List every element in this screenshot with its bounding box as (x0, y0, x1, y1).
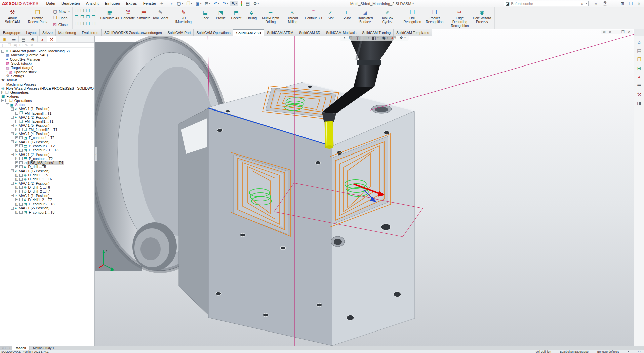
expander-icon[interactable]: + (15, 144, 18, 147)
tree-item-geometries[interactable]: +Geometries (0, 90, 94, 94)
checkbox[interactable] (15, 120, 18, 123)
tree-item-mac-1-2-position[interactable]: −MAC 1 (2- Position) (0, 206, 94, 210)
dropdown-arrow-icon[interactable]: ▾ (200, 2, 202, 5)
tree-item-f-contour1-t8[interactable]: +F_contour1 ...T8 (0, 210, 94, 214)
win-min-icon[interactable] (612, 2, 616, 6)
panel-collapse-handle[interactable]: ‹ (95, 147, 97, 161)
tree-item-setup[interactable]: −Setup (0, 103, 94, 107)
doc-next-icon[interactable] (609, 30, 611, 34)
cam-views-cube-button[interactable] (80, 9, 85, 13)
dropdown-arrow-icon[interactable]: ▾ (227, 2, 228, 5)
cam-views-cube-button[interactable] (85, 9, 91, 13)
tree-item-mac-1-1-position[interactable]: −MAC 1 (1- Position) (0, 193, 94, 197)
multi-depth-drilling-button[interactable]: Multi-Depth Drilling (259, 8, 282, 25)
tp-props-icon[interactable] (637, 83, 641, 88)
tree-item-f-contour4-t2[interactable]: +F_contour4 ...T2 (0, 136, 94, 140)
cam-views-cube-button[interactable] (85, 15, 91, 19)
expander-icon[interactable]: − (11, 116, 14, 119)
expander-icon[interactable]: − (1, 99, 4, 102)
tree-item-d-drill-t5[interactable]: +D_drill ...T5 (0, 165, 94, 169)
new-button[interactable]: New▾ (52, 9, 71, 14)
tree-item-mac-1-2-position[interactable]: −MAC 1 (2- Position) (0, 152, 94, 156)
tree-item-toolkit[interactable]: ToolKit (0, 78, 94, 82)
dropdown-arrow-icon[interactable]: ▾ (387, 37, 388, 39)
display-panel-tab[interactable] (38, 36, 47, 42)
tree-item-coordsys-manager[interactable]: CoordSys Manager (0, 57, 94, 61)
expander-icon[interactable]: + (15, 203, 18, 206)
checkbox[interactable] (19, 174, 23, 177)
cam-views-cube-button[interactable] (80, 21, 85, 26)
menu-extras[interactable]: Extras (123, 0, 140, 7)
options-gear-button[interactable]: ▾ (252, 1, 260, 6)
expander-icon[interactable]: − (1, 50, 4, 53)
home-button[interactable] (170, 1, 175, 6)
expander-icon[interactable]: + (15, 157, 18, 160)
expander-icon[interactable]: − (6, 103, 9, 106)
cam-views-cube-button[interactable] (74, 9, 79, 13)
tree-item-f-contour5-1-t3[interactable]: +F_contour5_1 ...T3 (0, 148, 94, 152)
expander-icon[interactable]: + (15, 211, 18, 214)
tab-layout[interactable]: Layout (23, 29, 40, 36)
menu-fenster[interactable]: Fenster (140, 0, 159, 7)
checkbox[interactable] (19, 190, 23, 193)
tree-item-mac-1-2-position[interactable]: −MAC 1 (2- Position) (0, 115, 94, 119)
tp-appearance-icon[interactable] (638, 75, 640, 79)
status-benutzerdefiniert[interactable]: Benutzerdefiniert (597, 350, 619, 353)
nav-prev-icon[interactable] (5, 347, 6, 350)
checkbox[interactable] (19, 157, 23, 160)
cam-manager-panel-tab[interactable] (0, 36, 9, 42)
tree-item-f-contour5-t8[interactable]: +F_contour5 ...T8 (0, 202, 94, 206)
checkbox[interactable] (19, 186, 23, 189)
tree-item-mac-1-1-position[interactable]: −MAC 1 (1- Position) (0, 169, 94, 173)
win-close-icon[interactable] (637, 2, 641, 6)
search-icon[interactable] (581, 1, 583, 6)
expander-icon[interactable]: + (15, 178, 18, 181)
expander-icon[interactable]: + (15, 186, 18, 189)
tree-item-cam-part-multi-sided-machining-2[interactable]: −CAM-Part (Multi_Sided_Machining_2) (0, 49, 94, 53)
cam-views-cube-button[interactable] (74, 21, 79, 26)
dropdown-arrow-icon[interactable]: ▾ (258, 2, 259, 5)
menu-einfügen[interactable]: Einfügen (102, 0, 123, 7)
expander-icon[interactable]: + (15, 198, 18, 201)
expander-icon[interactable]: − (11, 182, 14, 185)
expander-icon[interactable]: + (15, 165, 18, 168)
tree-item-d-drill1-1-t6[interactable]: +D_drill1_1 ...T6 (0, 177, 94, 181)
nav-first-icon[interactable] (2, 347, 4, 350)
solidcam-panel-tab[interactable] (47, 36, 56, 42)
tab-markierung[interactable]: Markierung (55, 29, 79, 36)
menu-bearbeiten[interactable]: Bearbeiten (58, 0, 83, 7)
cam-views-cube-button[interactable] (91, 15, 96, 19)
tree-item-fm-facemill-t1[interactable]: FM_facemill ...T1 (0, 111, 94, 115)
calculate-all-button[interactable]: Calculate All (99, 8, 120, 21)
hole-wizard-process-button[interactable]: Hole Wizard Process (471, 8, 493, 25)
tree-item-settings[interactable]: Settings (0, 74, 94, 78)
doc-close-icon[interactable] (628, 30, 631, 34)
model-tab-modell[interactable]: Modell (12, 346, 30, 350)
tab-solidcam-afrm[interactable]: SolidCAM AFRM (264, 29, 296, 36)
thread-milling-button[interactable]: Thread Milling (282, 8, 304, 25)
expander-icon[interactable]: + (15, 190, 18, 193)
open-doc-icon[interactable] (8, 43, 11, 47)
tab-solidworks-zusatzanwendungen[interactable]: SOLIDWORKS Zusatzanwendungen (101, 29, 165, 36)
open-doc-button[interactable]: ▾ (185, 1, 193, 6)
sb-up-icon[interactable] (628, 350, 629, 353)
cam-views-cube-button[interactable] (91, 21, 96, 26)
tab-solidcam-templates[interactable]: SolidCAM Templates (393, 29, 432, 36)
tool-sheet-button[interactable]: Tool Sheet (152, 8, 169, 21)
tree-item-d-drill1-t5[interactable]: +D_drill1 ...T5 (0, 173, 94, 177)
drilling-button[interactable]: Drilling (244, 8, 259, 21)
pocket-button[interactable]: Pocket (229, 8, 244, 21)
expander-icon[interactable]: + (15, 161, 18, 164)
pin-menubar-icon[interactable] (160, 1, 164, 6)
search-dropdown-icon[interactable]: ▾ (586, 2, 587, 5)
print-icon[interactable] (19, 43, 23, 47)
tree-item-hole-wizard-process-hole-processes-solidworks-hole-wizard-metric[interactable]: Hole Wizard Process (HOLE PROCESSES - SO… (0, 86, 94, 90)
tree-item-operations[interactable]: −Operations (0, 99, 94, 103)
expander-icon[interactable]: − (11, 107, 14, 111)
dropdown-arrow-icon[interactable]: ▾ (377, 37, 379, 39)
expander-icon[interactable]: − (11, 153, 14, 156)
close-button[interactable]: Close (52, 21, 69, 27)
display-pane-button[interactable] (244, 1, 251, 6)
redo-button[interactable]: ▾ (221, 1, 229, 6)
checkbox[interactable] (19, 149, 23, 152)
